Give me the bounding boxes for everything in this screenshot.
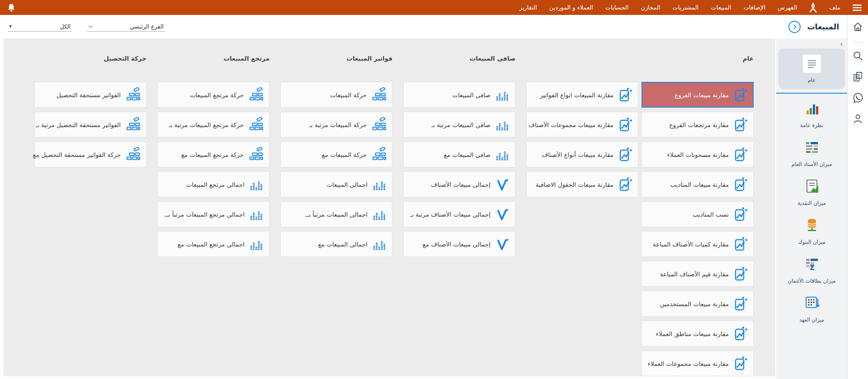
report-tile-label: إجمالى مبيعات الأصناف مرتبة بـ	[410, 211, 491, 218]
bricks-icon	[126, 87, 140, 103]
panel-item-cash-balance[interactable]: ميزان النقدية	[776, 173, 847, 212]
report-tile[interactable]: صافى المبيعات مع	[403, 142, 515, 167]
menu-item-addons[interactable]: الإضافات	[744, 4, 765, 11]
equalizer-icon	[250, 177, 263, 192]
report-tile[interactable]: اجمالى مرتجع المبيعات	[157, 171, 269, 197]
report-tile-label: حركة الفواتير مستحقة التحصيل مع	[33, 151, 121, 158]
report-tile[interactable]: حركة المبيعات مع	[280, 142, 392, 167]
equalizer-icon	[250, 237, 263, 252]
caret-down-icon: ▼	[9, 24, 12, 28]
person-icon[interactable]	[852, 113, 863, 126]
report-tile[interactable]: الفواتير مستحقة التحصيل مرتبة بـ	[34, 112, 146, 137]
menu-item-reports[interactable]: التقارير	[519, 4, 537, 11]
report-tile[interactable]: مقارنة مبيعات المستخدمين	[642, 291, 754, 317]
report-tile[interactable]: حركة مرتجع المبيعات مرتبة بـ	[157, 112, 269, 137]
panel-item-label: ميزان العهد	[799, 317, 824, 323]
report-tile[interactable]: حركة المبيعات مرتبة بـ	[280, 112, 392, 137]
report-group: فواتير المبيعاتحركة المبيعاتحركة المبيعا…	[280, 55, 392, 261]
chevron-collapse-icon[interactable]: ›	[835, 39, 847, 48]
menu-item-warehouses[interactable]: المخازن	[641, 4, 660, 11]
page-header: المبيعات الفرع الرئيسي الكل ▼	[0, 15, 847, 38]
report-tile[interactable]: حركة الفواتير مستحقة التحصيل مع	[34, 142, 146, 167]
panel-item-label: ميزان الأستاذ العام	[792, 161, 832, 168]
report-tile-label: الفواتير مستحقة التحصيل مرتبة بـ	[36, 121, 121, 128]
menu-item-file[interactable]: ملف	[829, 4, 840, 11]
hamburger-icon[interactable]	[853, 4, 862, 11]
report-tile-label: صافى المبيعات مع	[444, 151, 491, 158]
group-header: مرتجع المبيعات	[157, 55, 269, 64]
chart-line-doc-icon	[618, 117, 632, 133]
report-tile[interactable]: مقارنة مرتجعات الفروع	[642, 112, 754, 137]
home-icon[interactable]	[852, 21, 863, 34]
bank-db-icon	[804, 218, 820, 235]
copy-docs-icon[interactable]	[852, 71, 863, 84]
report-tile[interactable]: مقارنة مبيعات أنواع الأصناف	[526, 142, 638, 167]
divider	[853, 42, 863, 43]
panel-item-general[interactable]: عام	[778, 48, 845, 89]
report-tile[interactable]: مقارنة مبيعات مجموعات العملاء	[642, 351, 754, 376]
circle-chevron-icon[interactable]	[788, 21, 801, 33]
menu-item-index[interactable]: الفهرس	[778, 4, 797, 11]
report-tile[interactable]: مقارنة كميات الأصناف المباعة	[642, 231, 754, 257]
report-tile[interactable]: إجمالى مبيعات الأصناف مع	[403, 231, 515, 257]
report-tile[interactable]: اجمالى المبيعات مع	[280, 231, 392, 257]
report-tile[interactable]: اجمالى المبيعات مرتبأ بــ	[280, 201, 392, 227]
report-tile-label: اجمالى المبيعات مع	[318, 241, 368, 248]
branch-select[interactable]: الفرع الرئيسي	[87, 22, 165, 32]
ribbon-icon[interactable]	[809, 2, 817, 13]
report-tile[interactable]: الفواتير مستحقة التحصيل	[34, 82, 146, 108]
report-tile[interactable]: مقارنة مبيعات مجموعات الأصناف	[526, 112, 638, 137]
report-grid: عاممقارنة مبيعات الفروعمقارنة مرتجعات ال…	[4, 38, 775, 376]
report-tile[interactable]: نسب المناديب	[642, 201, 754, 227]
menu-item-accounts[interactable]: الحسابات	[605, 4, 628, 11]
report-tile[interactable]: مقارنة مبيعات الحقول الاضافية	[526, 171, 638, 197]
bell-icon[interactable]	[6, 2, 16, 13]
menu-item-customers-suppliers[interactable]: العملاء و الموردين	[549, 4, 593, 11]
scope-select[interactable]: الكل ▼	[8, 22, 71, 32]
panel-item-general-ledger-balance[interactable]: ميزان الأستاذ العام	[776, 134, 847, 173]
panel-item-custody-balance[interactable]: ميزان العهد	[776, 290, 847, 329]
report-tile[interactable]: حركة مرتجع المبيعات	[157, 82, 269, 108]
report-tile-label: مقارنة مبيعات أنواع الأصناف	[542, 151, 613, 158]
report-tile[interactable]: إجمالى مبيعات الأصناف	[403, 171, 515, 197]
report-tile-label: مقارنة كميات الأصناف المباعة	[653, 241, 729, 248]
report-tile[interactable]: مقارنة مبيعات المناديب	[642, 171, 754, 197]
ledger-rows-icon	[804, 140, 820, 157]
bricks-icon	[249, 147, 263, 162]
chart-line-doc-icon	[734, 266, 747, 282]
report-tile[interactable]: صافى المبيعات مرتبة بـ	[403, 112, 515, 137]
report-tile[interactable]: حركة مرتجع المبيعات مع	[157, 142, 269, 167]
menu-item-purchases[interactable]: المشتريات	[673, 4, 699, 11]
equalizer-icon	[373, 207, 386, 222]
group-header: صافى المبيعات	[403, 55, 515, 64]
cash-doc-icon	[804, 179, 820, 196]
panel-item-overview[interactable]: نظرة عامة	[776, 95, 847, 134]
search-icon[interactable]	[852, 50, 863, 63]
report-group: حركة التحصيلالفواتير مستحقة التحصيلالفوا…	[34, 55, 146, 171]
report-tile[interactable]: مقارنة مسحوبات العملاء	[642, 142, 754, 167]
report-tile[interactable]: اجمالى المبيعات	[280, 171, 392, 197]
report-tile[interactable]: مقارنة قيم الأصناف المباعة	[642, 261, 754, 287]
panel-item-credit-cards-balance[interactable]: Σ ميزان بطاقات الأئتمان	[776, 251, 847, 290]
right-icon-rail	[847, 15, 868, 379]
report-tile[interactable]: حركة المبيعات	[280, 82, 392, 108]
bar-chart-icon	[804, 101, 820, 118]
divider	[776, 93, 847, 94]
scope-select-value: الكل	[60, 23, 71, 30]
report-tile[interactable]: اجمالى مرتجع المبيعات مع	[157, 231, 269, 257]
report-tile-label: مقارنة مبيعات المناديب	[670, 181, 729, 188]
report-tile[interactable]: مقارنة مبيعات مناطق العملاء	[642, 321, 754, 346]
filters: الفرع الرئيسي الكل ▼	[8, 22, 165, 32]
chart-line-doc-icon	[734, 326, 747, 341]
report-tile-label: اجمالى مرتجع المبيعات	[186, 181, 245, 188]
menu-item-sales[interactable]: المبيعات	[711, 4, 731, 11]
report-tile-label: إجمالى مبيعات الأصناف	[431, 181, 491, 188]
report-tile[interactable]: مقارنة المبيعات انواع الفواتير	[526, 82, 638, 108]
report-tile[interactable]: صافى المبيعات	[403, 82, 515, 108]
panel-item-banks-balance[interactable]: ميزان البنوك	[776, 212, 847, 251]
report-tile[interactable]: مقارنة مبيعات الفروع	[642, 82, 754, 108]
whatsapp-icon[interactable]	[852, 92, 864, 105]
report-tile[interactable]: إجمالى مبيعات الأصناف مرتبة بـ	[403, 201, 515, 227]
report-tile[interactable]: اجمالى مرتجع المبيعات مرتبأ بــ	[157, 201, 269, 227]
page-title: المبيعات	[807, 22, 839, 31]
